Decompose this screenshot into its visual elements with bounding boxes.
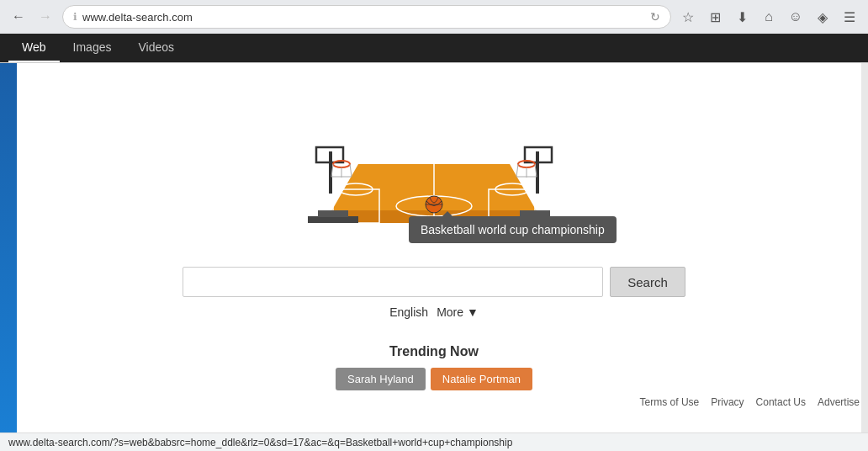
tab-web[interactable]: Web (8, 34, 60, 62)
court-illustration: Basketball world cup championship (257, 80, 611, 231)
nav-tabs-bar: Web Images Videos (0, 34, 868, 62)
side-bar-left (0, 63, 17, 433)
footer-links: Terms of Use Privacy Contact Us Advertis… (640, 396, 860, 408)
download-button[interactable]: ⬇ (730, 5, 754, 29)
language-row: English More ▼ (389, 305, 479, 319)
search-input[interactable] (183, 267, 603, 297)
tooltip-text: Basketball world cup championship (421, 223, 605, 236)
court-svg (257, 80, 611, 231)
nav-buttons: ← → (7, 5, 57, 29)
tab-videos[interactable]: Videos (124, 34, 188, 62)
search-area: Search (183, 267, 685, 297)
svg-line-18 (516, 164, 518, 177)
back-button[interactable]: ← (7, 5, 30, 29)
side-bar-right (861, 63, 868, 433)
trending-title: Trending Now (0, 344, 868, 359)
browser-toolbar: ← → ℹ www.delta-search.com ↻ ☆ ⊞ ⬇ ⌂ ☺ ◈… (0, 0, 868, 34)
svg-rect-24 (308, 216, 358, 223)
tab-images[interactable]: Images (60, 34, 125, 62)
home-button[interactable]: ⌂ (757, 5, 781, 29)
smiley-button[interactable]: ☺ (784, 5, 807, 29)
reader-button[interactable]: ⊞ (703, 5, 727, 29)
privacy-link[interactable]: Privacy (711, 396, 744, 408)
menu-button[interactable]: ☰ (838, 5, 861, 29)
status-bar: www.delta-search.com/?s=web&babsrc=home_… (0, 432, 868, 451)
reload-icon[interactable]: ↻ (650, 10, 660, 24)
svg-rect-25 (318, 210, 348, 217)
toolbar-right: ☆ ⊞ ⬇ ⌂ ☺ ◈ ☰ (676, 5, 861, 29)
more-link[interactable]: More ▼ (437, 305, 479, 319)
pocket-button[interactable]: ◈ (811, 5, 834, 29)
advertise-link[interactable]: Advertise (818, 396, 860, 408)
bookmark-star-button[interactable]: ☆ (676, 5, 700, 29)
status-url: www.delta-search.com/?s=web&babsrc=home_… (8, 437, 512, 448)
english-link[interactable]: English (389, 305, 428, 319)
svg-line-13 (350, 164, 352, 177)
contact-link[interactable]: Contact Us (756, 396, 806, 408)
info-icon: ℹ (73, 11, 77, 23)
tag-sarah-hyland[interactable]: Sarah Hyland (336, 368, 426, 390)
search-button[interactable]: Search (610, 267, 685, 297)
address-bar[interactable]: ℹ www.delta-search.com ↻ (62, 5, 671, 29)
forward-button[interactable]: → (34, 5, 57, 29)
trending-tags: Sarah Hyland Natalie Portman (0, 368, 868, 390)
trending-section: Trending Now Sarah Hyland Natalie Portma… (0, 344, 868, 390)
browser-chrome: ← → ℹ www.delta-search.com ↻ ☆ ⊞ ⬇ ⌂ ☺ ◈… (0, 0, 868, 63)
terms-link[interactable]: Terms of Use (640, 396, 700, 408)
tag-natalie-portman[interactable]: Natalie Portman (431, 368, 532, 390)
page-content: Basketball world cup championship Search… (0, 63, 868, 433)
url-text: www.delta-search.com (82, 11, 645, 24)
tooltip: Basketball world cup championship (409, 216, 617, 243)
